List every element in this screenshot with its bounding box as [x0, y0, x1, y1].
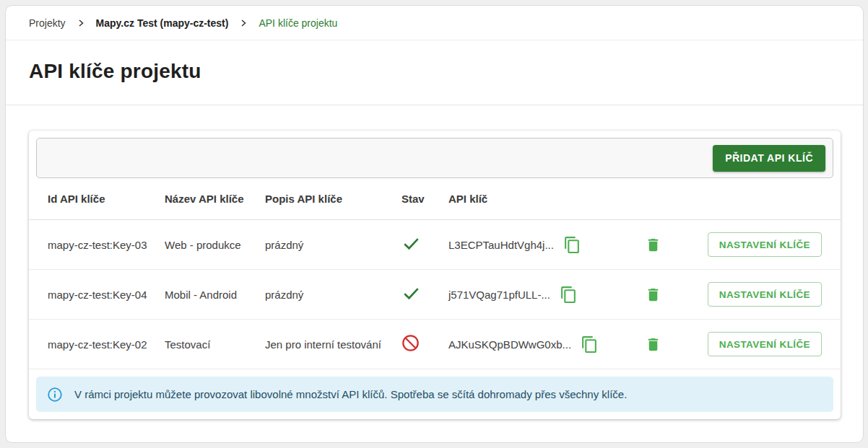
trash-icon[interactable] — [645, 237, 661, 253]
table-row: mapy-cz-test:Key-03 Web - produkce prázd… — [29, 220, 841, 270]
key-settings-button[interactable]: NASTAVENÍ KLÍČE — [708, 232, 822, 257]
trash-icon[interactable] — [645, 286, 661, 303]
page-title: API klíče projektu — [29, 60, 840, 83]
card-toolbar: PŘIDAT API KLÍČ — [36, 138, 833, 178]
breadcrumb: Projekty Mapy.cz Test (mapy-cz-test) API… — [6, 6, 863, 40]
key-desc: prázdný — [265, 289, 402, 301]
header-key: API klíč — [448, 193, 822, 205]
api-key-value: L3ECPTauHdtVgh4j... — [448, 239, 554, 251]
api-key-value: AJKuSKQpBDWwG0xb... — [448, 338, 571, 351]
key-id: mapy-cz-test:Key-03 — [48, 239, 165, 251]
table-row: mapy-cz-test:Key-02 Testovací Jen pro in… — [29, 320, 841, 369]
info-icon — [47, 387, 63, 403]
table-row: mapy-cz-test:Key-04 Mobil - Android práz… — [29, 270, 841, 320]
chevron-right-icon — [239, 19, 248, 27]
info-banner: V rámci projektu můžete provozovat libov… — [36, 377, 833, 412]
title-section: API klíče projektu — [6, 40, 863, 105]
key-name: Testovací — [165, 338, 265, 351]
copy-icon[interactable] — [563, 236, 581, 254]
add-api-key-button[interactable]: PŘIDAT API KLÍČ — [713, 145, 825, 172]
main-panel: Projekty Mapy.cz Test (mapy-cz-test) API… — [5, 5, 864, 443]
key-desc: prázdný — [265, 239, 402, 251]
status-cell — [402, 234, 448, 255]
key-id: mapy-cz-test:Key-04 — [48, 289, 165, 301]
key-settings-button[interactable]: NASTAVENÍ KLÍČE — [708, 332, 822, 356]
copy-icon[interactable] — [581, 335, 599, 353]
api-key-cell: j571VQag71pfULL-... NASTAVENÍ KLÍČE — [448, 282, 822, 307]
api-key-cell: AJKuSKQpBDWwG0xb... NASTAVENÍ KLÍČE — [448, 332, 822, 356]
info-text: V rámci projektu můžete provozovat libov… — [74, 388, 627, 400]
key-desc: Jen pro interní testování — [265, 338, 402, 351]
key-name: Mobil - Android — [165, 289, 265, 301]
key-name: Web - produkce — [165, 239, 265, 251]
copy-icon[interactable] — [560, 286, 578, 304]
header-status: Stav — [402, 193, 448, 205]
api-key-value: j571VQag71pfULL-... — [448, 289, 550, 301]
api-key-cell: L3ECPTauHdtVgh4j... NASTAVENÍ KLÍČE — [448, 232, 822, 257]
status-cell — [402, 334, 448, 354]
key-id: mapy-cz-test:Key-02 — [48, 338, 165, 351]
table-header-row: Id API klíče Název API klíče Popis API k… — [29, 178, 841, 220]
header-desc: Popis API klíče — [265, 193, 402, 205]
status-cell — [402, 284, 448, 305]
trash-icon[interactable] — [645, 336, 661, 353]
header-name: Název API klíče — [165, 193, 265, 205]
breadcrumb-item-project[interactable]: Mapy.cz Test (mapy-cz-test) — [96, 17, 229, 29]
api-keys-card: PŘIDAT API KLÍČ Id API klíče Název API k… — [29, 131, 841, 419]
blocked-icon — [402, 334, 448, 354]
key-settings-button[interactable]: NASTAVENÍ KLÍČE — [708, 282, 822, 307]
check-icon — [402, 284, 448, 305]
check-icon — [402, 234, 448, 255]
breadcrumb-item-api-keys[interactable]: API klíče projektu — [259, 17, 337, 29]
header-id: Id API klíče — [48, 193, 165, 205]
chevron-right-icon — [77, 19, 85, 27]
breadcrumb-item-projects[interactable]: Projekty — [29, 17, 66, 29]
